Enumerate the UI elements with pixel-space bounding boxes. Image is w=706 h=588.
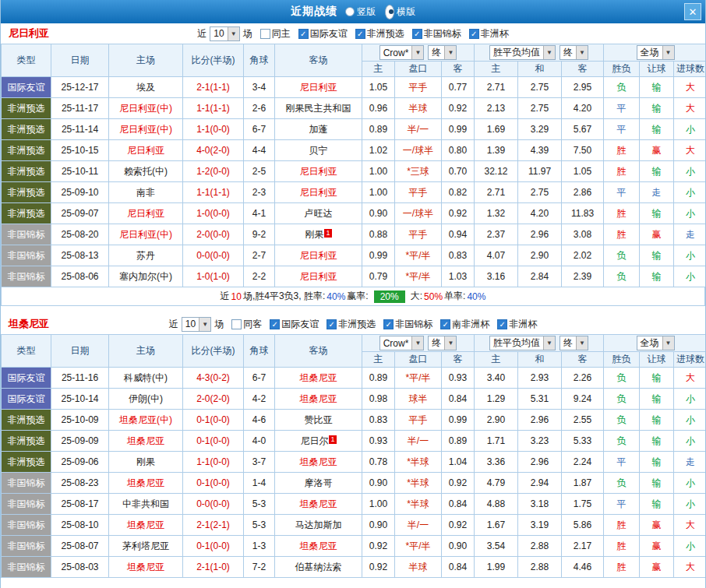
cell-handicap: 半球 xyxy=(395,98,442,119)
cell-score: 2-0(2-0) xyxy=(183,389,244,410)
cell-date: 25-08-06 xyxy=(51,266,109,287)
checkbox-icon[interactable]: ✓ xyxy=(412,29,422,39)
cell-handicap: *平/半 xyxy=(395,368,442,389)
filter-checkbox[interactable]: ✓南非洲杯 xyxy=(440,318,489,331)
cell-avg-home: 3.16 xyxy=(475,266,518,287)
checkbox-icon[interactable] xyxy=(231,319,242,329)
filter-checkbox[interactable]: ✓国际友谊 xyxy=(298,27,348,40)
team-header-row: 坦桑尼亚 近 10▼ 场 同客✓国际友谊✓非洲预选✓非国锦标✓南非洲杯✓非洲杯 xyxy=(1,314,705,334)
cell-avg-away: 2.02 xyxy=(562,245,604,266)
chevron-down-icon: ▼ xyxy=(576,46,588,59)
radio-icon[interactable] xyxy=(385,5,394,19)
filter-checkbox[interactable]: ✓国际友谊 xyxy=(270,318,319,331)
scope-select[interactable]: 全场▼ xyxy=(637,336,675,350)
odds-company-select[interactable]: Crow*▼ xyxy=(379,45,425,60)
checkbox-label: 非洲预选 xyxy=(338,318,376,331)
filter-checkbox[interactable]: ✓非洲预选 xyxy=(327,318,376,331)
cell-result: 负 xyxy=(604,473,640,494)
recent-count-select[interactable]: 10▼ xyxy=(182,317,211,332)
chevron-down-icon: ▼ xyxy=(576,336,588,350)
cell-avg-home: 4.07 xyxy=(475,245,518,266)
match-row: 非国锦标25-08-13苏丹0-0(0-0)2-7尼日利亚0.99*平/半0.8… xyxy=(2,245,706,266)
match-row: 国际友谊25-12-17埃及2-1(1-1)3-4尼日利亚1.05平手0.772… xyxy=(2,77,706,98)
avg-odds-select[interactable]: 胜平负均值▼ xyxy=(489,336,556,350)
checkbox-icon[interactable]: ✓ xyxy=(497,319,507,329)
cell-odds-home: 0.90 xyxy=(362,203,395,224)
cell-goals: 小 xyxy=(674,203,706,224)
cell-date: 25-11-16 xyxy=(51,368,109,389)
cell-avg-away: 5.33 xyxy=(562,431,604,452)
select-value: 10 xyxy=(185,319,196,329)
scope-select[interactable]: 全场▼ xyxy=(637,45,675,60)
summary-text: 大: xyxy=(411,290,422,303)
match-row: 非国锦标25-08-03坦桑尼亚2-1(1-0)7-2伯基纳法索0.92半球0.… xyxy=(2,557,706,578)
col-handicap-result: 让球 xyxy=(640,352,674,368)
cell-odds-home: 0.89 xyxy=(362,368,395,389)
fullmatch-group-header: 全场▼ xyxy=(604,44,706,62)
checkbox-label: 同客 xyxy=(243,318,262,331)
checkbox-icon[interactable]: ✓ xyxy=(270,319,280,329)
cell-date: 25-09-07 xyxy=(51,203,109,224)
avg-odds-select[interactable]: 胜平负均值▼ xyxy=(489,45,556,60)
odds-time-select[interactable]: 终▼ xyxy=(428,336,457,350)
cell-corners: 3-4 xyxy=(244,77,275,98)
col-corners: 角球 xyxy=(244,335,275,368)
cell-avg-home: 2.13 xyxy=(475,98,518,119)
cell-corners: 4-6 xyxy=(244,410,275,431)
cell-odds-away: 0.99 xyxy=(442,119,475,140)
checkbox-icon[interactable]: ✓ xyxy=(355,29,365,39)
cell-avg-away: 1.05 xyxy=(562,161,604,182)
checkbox-icon[interactable]: ✓ xyxy=(383,319,394,329)
odds-company-select[interactable]: Crow*▼ xyxy=(379,336,425,350)
cell-home: 坦桑尼亚(中) xyxy=(109,410,183,431)
filter-checkbox[interactable]: ✓非洲杯 xyxy=(497,318,537,331)
select-value: 全场 xyxy=(641,46,659,59)
odds-time-select[interactable]: 终▼ xyxy=(428,45,457,60)
checkbox-icon[interactable]: ✓ xyxy=(440,319,450,329)
cell-avg-away: 5.67 xyxy=(562,119,604,140)
close-button[interactable]: ✕ xyxy=(684,3,701,20)
filter-checkbox[interactable]: ✓非洲杯 xyxy=(469,27,509,40)
chevron-down-icon: ▼ xyxy=(662,336,674,350)
filter-checkbox[interactable]: 同主 xyxy=(260,27,291,40)
cell-home: 刚果 xyxy=(109,452,183,473)
cell-odds-home: 0.99 xyxy=(362,245,395,266)
cell-date: 25-08-20 xyxy=(51,224,109,245)
cell-odds-away: 0.70 xyxy=(442,161,475,182)
avg-time-select[interactable]: 终▼ xyxy=(560,45,588,60)
cell-odds-home: 1.00 xyxy=(362,161,395,182)
checkbox-icon[interactable]: ✓ xyxy=(327,319,337,329)
checkbox-icon[interactable] xyxy=(260,29,270,39)
cell-odds-home: 0.90 xyxy=(362,473,395,494)
view-radio[interactable]: 竖版 xyxy=(345,5,376,19)
checkbox-icon[interactable]: ✓ xyxy=(298,29,309,39)
odds-group-header: Crow*▼ 终▼ xyxy=(362,44,475,62)
avg-time-select[interactable]: 终▼ xyxy=(560,336,588,350)
cell-odds-away: 1.03 xyxy=(442,266,475,287)
cell-odds-away: 0.99 xyxy=(442,410,475,431)
cell-goals: 大 xyxy=(674,515,706,536)
checkbox-label: 非国锦标 xyxy=(424,27,461,40)
cell-odds-away: 0.80 xyxy=(442,140,475,161)
cell-avg-away: 2.86 xyxy=(562,182,604,203)
filter-checkbox[interactable]: 同客 xyxy=(231,318,262,331)
checkbox-label: 非洲预选 xyxy=(367,27,404,40)
view-radio[interactable]: 横版 xyxy=(385,5,415,19)
cell-odds-home: 0.89 xyxy=(362,119,395,140)
checkbox-icon[interactable]: ✓ xyxy=(469,29,479,39)
radio-icon[interactable] xyxy=(345,7,355,16)
cell-away: 贝宁 xyxy=(275,140,362,161)
recent-count-select[interactable]: 10▼ xyxy=(210,26,239,41)
cell-score: 1-1(1-1) xyxy=(183,182,244,203)
filter-checkbox[interactable]: ✓非国锦标 xyxy=(412,27,461,40)
filter-checkbox[interactable]: ✓非国锦标 xyxy=(383,318,432,331)
cell-home: 伊朗(中) xyxy=(109,389,183,410)
cell-avg-away: 7.50 xyxy=(562,140,604,161)
cell-avg-draw: 2.93 xyxy=(518,368,562,389)
cell-avg-draw: 2.84 xyxy=(518,266,562,287)
cell-type: 非洲预选 xyxy=(2,161,51,182)
col-handicap: 盘口 xyxy=(395,352,442,368)
filter-checkbox[interactable]: ✓非洲预选 xyxy=(355,27,404,40)
cell-score: 1-1(0-0) xyxy=(183,452,244,473)
cell-avg-draw: 3.18 xyxy=(518,494,562,515)
